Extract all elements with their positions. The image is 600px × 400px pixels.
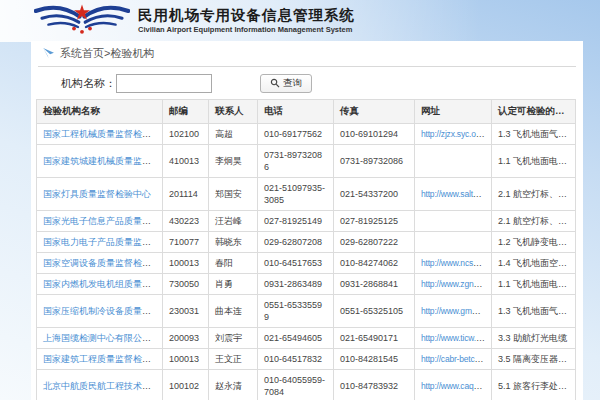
contact-cell: 肖勇 xyxy=(209,274,258,295)
search-button[interactable]: 查询 xyxy=(260,74,312,93)
caac-logo xyxy=(34,1,130,41)
website-cell: http://www.saltnet.c... xyxy=(415,178,492,211)
fax-cell: 021-65490171 xyxy=(334,328,415,349)
table-row: 国家灯具质量监督检验中心 201114 郑国安 021-51097935-308… xyxy=(37,178,576,211)
institution-link[interactable]: 北京中航质民航工程技术有限公司 xyxy=(43,381,163,391)
fax-cell: 021-54337200 xyxy=(334,178,415,211)
contact-cell: 韩晓东 xyxy=(209,232,258,253)
institution-link[interactable]: 国家建筑工程质量监督检验中心 xyxy=(43,354,163,364)
breadcrumb: 系统首页>检验机构 xyxy=(38,41,576,67)
equipment-cell: 3.5 隔离变压器箱、... xyxy=(492,349,576,370)
table-row: 国家建筑城建机械质量监督检验... 410013 李炯昊 0731-897320… xyxy=(37,145,576,178)
phone-cell: 021-51097935-3085 xyxy=(258,178,334,211)
phone-cell: 0931-2863489 xyxy=(258,274,334,295)
table-row: 国家光电子信息产品质量监督检... 430223 汪岩峰 027-8192514… xyxy=(37,211,576,232)
table-row: 国家压缩机制冷设备质量监督检... 230031 曲本连 0551-653355… xyxy=(37,295,576,328)
zip-cell: 200093 xyxy=(163,328,209,349)
website-link[interactable]: http://www.ticw.com... xyxy=(421,333,492,343)
contact-cell: 李炯昊 xyxy=(209,145,258,178)
zip-cell: 430223 xyxy=(163,211,209,232)
equipment-cell: 2.1 航空灯标、2.2... xyxy=(492,178,576,211)
website-cell: http://www.ncsa.cn xyxy=(415,253,492,274)
website-link[interactable]: http://www.gmpicn.c... xyxy=(421,306,492,316)
institution-link[interactable]: 国家工程机械质量监督检验中心 xyxy=(43,129,163,139)
contact-cell: 郑国安 xyxy=(209,178,258,211)
equipment-cell: 1.2 飞机静变电源机... xyxy=(492,232,576,253)
institution-name-cell: 国家建筑城建机械质量监督检验... xyxy=(37,145,163,178)
website-cell: http://zjzx.syc.org.cn/ xyxy=(415,124,492,145)
app-titles: 民用机场专用设备信息管理系统 Civilian Airport Equipmen… xyxy=(138,8,355,34)
institution-name-cell: 国家压缩机制冷设备质量监督检... xyxy=(37,295,163,328)
org-name-label: 机构名称： xyxy=(61,76,116,91)
zip-cell: 102100 xyxy=(163,124,209,145)
institution-name-cell: 国家灯具质量监督检验中心 xyxy=(37,178,163,211)
website-cell xyxy=(415,145,492,178)
equipment-cell: 2.1 航空灯标、2.2... xyxy=(492,211,576,232)
zip-cell: 230031 xyxy=(163,295,209,328)
equipment-cell: 1.3 飞机地面气源机... xyxy=(492,124,576,145)
table-row: 国家工程机械质量监督检验中心 102100 高超 010-69177562 01… xyxy=(37,124,576,145)
content-panel: 系统首页>检验机构 机构名称： 查询 检验机构名称 邮编 联系人 电话 传真 网… xyxy=(31,41,583,400)
institution-link[interactable]: 国家光电子信息产品质量监督检... xyxy=(43,216,163,226)
fax-cell: 027-81925125 xyxy=(334,211,415,232)
website-cell xyxy=(415,211,492,232)
zip-cell: 410013 xyxy=(163,145,209,178)
fax-cell: 029-62807222 xyxy=(334,232,415,253)
send-icon xyxy=(42,47,55,60)
table-row: 国家空调设备质量监督检验中心 100013 春阳 010-64517653 01… xyxy=(37,253,576,274)
phone-cell: 010-69177562 xyxy=(258,124,334,145)
col-header-equipment: 认定可检验的机场设备 xyxy=(492,100,576,124)
phone-cell: 0731-89732086 xyxy=(258,145,334,178)
equipment-cell: 1.3 飞机地面气源机... xyxy=(492,295,576,328)
institution-name-cell: 国家内燃机发电机组质量监督检... xyxy=(37,274,163,295)
contact-cell: 高超 xyxy=(209,124,258,145)
phone-cell: 029-62807208 xyxy=(258,232,334,253)
institution-link[interactable]: 上海国缆检测中心有限公司（国... xyxy=(43,333,163,343)
institution-link[interactable]: 国家电力电子产品质量监督检验... xyxy=(43,237,163,247)
col-header-fax: 传真 xyxy=(334,100,415,124)
website-cell: http://www.zgnrfd.com xyxy=(415,274,492,295)
table-body: 国家工程机械质量监督检验中心 102100 高超 010-69177562 01… xyxy=(37,124,576,400)
table-row: 国家建筑工程质量监督检验中心 100013 王文正 010-64517832 0… xyxy=(37,349,576,370)
institution-link[interactable]: 国家压缩机制冷设备质量监督检... xyxy=(43,306,163,316)
institutions-table: 检验机构名称 邮编 联系人 电话 传真 网址 认定可检验的机场设备 国家工程机械… xyxy=(36,99,576,400)
institution-name-cell: 国家空调设备质量监督检验中心 xyxy=(37,253,163,274)
contact-cell: 曲本连 xyxy=(209,295,258,328)
contact-cell: 王文正 xyxy=(209,349,258,370)
fax-cell: 010-84274062 xyxy=(334,253,415,274)
website-link[interactable]: http://www.zgnrfd.com xyxy=(421,279,492,289)
search-icon xyxy=(270,78,280,88)
institution-link[interactable]: 国家建筑城建机械质量监督检验... xyxy=(43,156,163,166)
institution-name-cell: 北京中航质民航工程技术有限公司 xyxy=(37,370,163,400)
phone-cell: 021-65494605 xyxy=(258,328,334,349)
institution-name-cell: 国家电力电子产品质量监督检验... xyxy=(37,232,163,253)
zip-cell: 100013 xyxy=(163,349,209,370)
institution-link[interactable]: 国家内燃机发电机组质量监督检... xyxy=(43,279,163,289)
website-cell: http://www.ticw.com... xyxy=(415,328,492,349)
website-cell: http://cabr-betc.com/ xyxy=(415,349,492,370)
institution-link[interactable]: 国家空调设备质量监督检验中心 xyxy=(43,258,163,268)
breadcrumb-text[interactable]: 系统首页>检验机构 xyxy=(60,46,154,61)
table-row: 国家内燃机发电机组质量监督检... 730050 肖勇 0931-2863489… xyxy=(37,274,576,295)
contact-cell: 刘震宇 xyxy=(209,328,258,349)
app-subtitle: Civilian Airport Equipment Information M… xyxy=(138,26,355,34)
website-link[interactable]: http://www.caqot.com xyxy=(421,381,492,391)
col-header-zip: 邮编 xyxy=(163,100,209,124)
search-button-label: 查询 xyxy=(283,77,302,90)
table-row: 国家电力电子产品质量监督检验... 710077 韩晓东 029-6280720… xyxy=(37,232,576,253)
contact-cell: 汪岩峰 xyxy=(209,211,258,232)
website-link[interactable]: http://zjzx.syc.org.cn/ xyxy=(421,129,492,139)
institution-link[interactable]: 国家灯具质量监督检验中心 xyxy=(43,189,151,199)
col-header-contact: 联系人 xyxy=(209,100,258,124)
phone-cell: 0551-65335599 xyxy=(258,295,334,328)
zip-cell: 100013 xyxy=(163,253,209,274)
institution-name-cell: 国家光电子信息产品质量监督检... xyxy=(37,211,163,232)
zip-cell: 100102 xyxy=(163,370,209,400)
contact-cell: 赵永清 xyxy=(209,370,258,400)
org-name-input[interactable] xyxy=(116,74,212,93)
app-header: 民用机场专用设备信息管理系统 Civilian Airport Equipmen… xyxy=(0,0,600,42)
website-link[interactable]: http://www.ncsa.cn xyxy=(421,258,488,268)
website-link[interactable]: http://cabr-betc.com/ xyxy=(421,354,492,364)
website-link[interactable]: http://www.saltnet.c... xyxy=(421,189,492,199)
fax-cell: 010-84281545 xyxy=(334,349,415,370)
